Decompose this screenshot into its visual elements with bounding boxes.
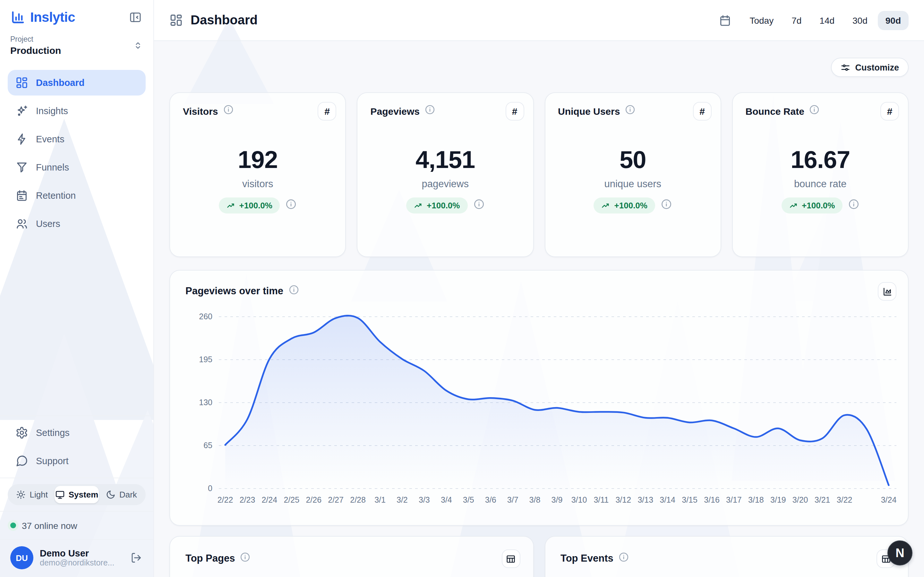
stat-cards-row: Visitors # 192 visitors +100.0% [170, 92, 909, 257]
stat-card-bounce-rate: Bounce Rate # 16.67 bounce rate +100.0% [732, 92, 909, 257]
range-button-14d[interactable]: 14d [812, 11, 842, 30]
sidebar-item-funnels[interactable]: Funnels [8, 155, 145, 180]
page-title-row: Dashboard [170, 13, 258, 27]
chart-line-icon [882, 286, 892, 297]
number-format-button[interactable]: # [693, 102, 712, 121]
customize-button[interactable]: Customize [830, 58, 909, 77]
stat-value: 192 [238, 146, 278, 174]
info-icon[interactable] [848, 199, 859, 212]
bottom-cards-row: Top Pages Top Events [170, 536, 909, 577]
logo-text: Inslytic [30, 10, 75, 25]
theme-option-system[interactable]: System [54, 486, 99, 503]
sidebar-item-label: Dashboard [36, 77, 85, 88]
theme-option-light[interactable]: Light [10, 486, 54, 503]
svg-text:3/10: 3/10 [572, 495, 587, 504]
log-out-icon [130, 552, 142, 564]
svg-text:3/21: 3/21 [814, 495, 830, 504]
brand-row: Inslytic [0, 0, 153, 29]
user-email: demo@nordikstore... [40, 558, 123, 567]
pageviews-line-chart[interactable]: 0651301952602/222/232/242/252/262/272/28… [182, 306, 899, 518]
delta-value: +100.0% [427, 201, 460, 210]
number-format-button[interactable]: # [318, 102, 336, 121]
sidebar-item-insights[interactable]: Insights [8, 98, 145, 124]
table-icon [506, 554, 516, 564]
range-button-today[interactable]: Today [742, 11, 781, 30]
info-icon[interactable] [240, 552, 250, 565]
sidebar-item-dashboard[interactable]: Dashboard [8, 70, 145, 95]
stat-unit: bounce rate [794, 178, 846, 190]
sidebar-item-label: Retention [36, 190, 76, 201]
main-area: Dashboard Today 7d 14d 30d 90d Customize [154, 0, 924, 577]
message-circle-icon [15, 455, 28, 467]
collapse-sidebar-button[interactable] [128, 10, 143, 25]
number-format-button[interactable]: # [505, 102, 524, 121]
app-logo: Inslytic [10, 10, 75, 25]
sidebar-item-label: Insights [36, 106, 68, 116]
svg-text:195: 195 [199, 355, 212, 364]
sidebar-item-settings[interactable]: Settings [8, 420, 145, 446]
info-icon[interactable] [288, 285, 299, 298]
svg-text:3/12: 3/12 [615, 495, 631, 504]
user-row: DU Demo User demo@nordikstore... [0, 539, 153, 577]
svg-text:3/2: 3/2 [397, 495, 408, 504]
sidebar-item-label: Events [36, 134, 65, 144]
theme-option-dark[interactable]: Dark [99, 486, 144, 503]
dashboard-grid-icon [170, 13, 183, 27]
stat-card-visitors: Visitors # 192 visitors +100.0% [170, 92, 346, 257]
moon-icon [106, 490, 115, 500]
sliders-icon [840, 63, 850, 72]
sun-icon [16, 490, 26, 500]
range-button-7d[interactable]: 7d [784, 11, 809, 30]
svg-text:3/11: 3/11 [594, 495, 609, 504]
info-icon[interactable] [286, 199, 297, 212]
sidebar-item-events[interactable]: Events [8, 126, 145, 152]
logout-button[interactable] [129, 551, 143, 565]
svg-text:3/14: 3/14 [660, 495, 675, 504]
svg-text:3/6: 3/6 [485, 495, 496, 504]
sidebar-item-retention[interactable]: Retention [8, 183, 145, 208]
svg-text:3/8: 3/8 [529, 495, 541, 504]
stat-value: 16.67 [790, 146, 850, 174]
range-button-30d[interactable]: 30d [845, 11, 875, 30]
chevrons-up-down-icon [133, 40, 143, 51]
chart-type-button[interactable] [878, 282, 897, 301]
delta-value: +100.0% [239, 201, 272, 210]
project-label: Project [10, 35, 61, 43]
range-button-90d[interactable]: 90d [878, 11, 909, 30]
logo-chart-icon [10, 10, 26, 25]
svg-text:3/22: 3/22 [837, 495, 853, 504]
table-view-button[interactable] [501, 550, 520, 568]
sidebar-item-users[interactable]: Users [8, 211, 145, 237]
svg-text:3/19: 3/19 [771, 495, 786, 504]
calendar-icon [719, 14, 732, 27]
number-format-button[interactable]: # [880, 102, 899, 121]
trending-up-icon [602, 201, 611, 210]
delta-value: +100.0% [614, 201, 648, 210]
svg-text:3/7: 3/7 [507, 495, 519, 504]
calendar-button[interactable] [717, 13, 733, 28]
page-title: Dashboard [191, 13, 258, 27]
project-selector[interactable]: Project Production [0, 29, 153, 61]
svg-text:2/23: 2/23 [240, 495, 255, 504]
nextjs-n-icon: N [895, 546, 904, 560]
chart-title: Pageviews over time [186, 285, 283, 297]
info-icon[interactable] [473, 199, 484, 212]
stat-value: 4,151 [415, 146, 475, 174]
sidebar-item-support[interactable]: Support [8, 448, 145, 474]
stat-card-pageviews: Pageviews # 4,151 pageviews +100.0% [357, 92, 534, 257]
stat-card-unique-users: Unique Users # 50 unique users +100.0% [544, 92, 721, 257]
app-root: Inslytic Project Production [0, 0, 924, 577]
svg-text:3/15: 3/15 [682, 495, 698, 504]
svg-text:260: 260 [199, 312, 212, 321]
svg-text:0: 0 [208, 484, 212, 493]
dashboard-content: Customize Visitors # 192 visitors [154, 58, 924, 577]
svg-text:2/22: 2/22 [218, 495, 233, 504]
info-icon[interactable] [619, 552, 629, 565]
delta-value: +100.0% [802, 201, 835, 210]
top-events-card: Top Events [544, 536, 909, 577]
info-icon[interactable] [661, 199, 672, 212]
svg-text:3/17: 3/17 [726, 495, 742, 504]
users-icon [15, 218, 28, 230]
monitor-icon [55, 490, 65, 500]
nextjs-dev-indicator-button[interactable]: N [887, 540, 913, 566]
